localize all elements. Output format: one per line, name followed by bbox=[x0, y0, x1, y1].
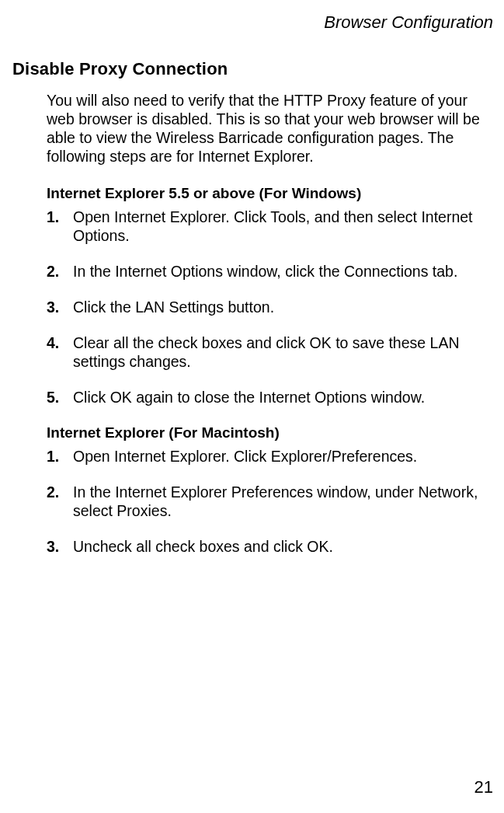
subsection-heading-macintosh: Internet Explorer (For Macintosh) bbox=[47, 424, 495, 441]
list-item: 2. In the Internet Options window, click… bbox=[47, 263, 492, 281]
subsection-heading-windows: Internet Explorer 5.5 or above (For Wind… bbox=[47, 185, 495, 202]
step-number: 3. bbox=[47, 298, 64, 317]
list-item: 5. Click OK again to close the Internet … bbox=[47, 389, 492, 407]
step-text: In the Internet Explorer Preferences win… bbox=[73, 483, 492, 521]
list-item: 3. Click the LAN Settings button. bbox=[47, 298, 492, 317]
page-number: 21 bbox=[474, 777, 493, 797]
step-text: In the Internet Options window, click th… bbox=[73, 263, 492, 281]
step-number: 3. bbox=[47, 538, 64, 557]
step-text: Click OK again to close the Internet Opt… bbox=[73, 389, 492, 407]
list-item: 3. Uncheck all check boxes and click OK. bbox=[47, 538, 492, 557]
step-number: 4. bbox=[47, 334, 64, 372]
list-item: 2. In the Internet Explorer Preferences … bbox=[47, 483, 492, 521]
steps-list-windows: 1. Open Internet Explorer. Click Tools, … bbox=[47, 208, 492, 407]
step-text: Click the LAN Settings button. bbox=[73, 298, 492, 317]
step-text: Clear all the check boxes and click OK t… bbox=[73, 334, 492, 372]
step-text: Open Internet Explorer. Click Explorer/P… bbox=[73, 448, 492, 466]
list-item: 1. Open Internet Explorer. Click Tools, … bbox=[47, 208, 492, 246]
step-number: 1. bbox=[47, 448, 64, 466]
list-item: 1. Open Internet Explorer. Click Explore… bbox=[47, 448, 492, 466]
list-item: 4. Clear all the check boxes and click O… bbox=[47, 334, 492, 372]
step-number: 2. bbox=[47, 263, 64, 281]
section-heading: Disable Proxy Connection bbox=[12, 59, 495, 79]
steps-list-macintosh: 1. Open Internet Explorer. Click Explore… bbox=[47, 448, 492, 557]
chapter-header: Browser Configuration bbox=[12, 12, 495, 33]
intro-paragraph: You will also need to verify that the HT… bbox=[47, 92, 492, 166]
step-number: 5. bbox=[47, 389, 64, 407]
step-text: Open Internet Explorer. Click Tools, and… bbox=[73, 208, 492, 246]
step-text: Uncheck all check boxes and click OK. bbox=[73, 538, 492, 557]
step-number: 1. bbox=[47, 208, 64, 246]
step-number: 2. bbox=[47, 483, 64, 521]
